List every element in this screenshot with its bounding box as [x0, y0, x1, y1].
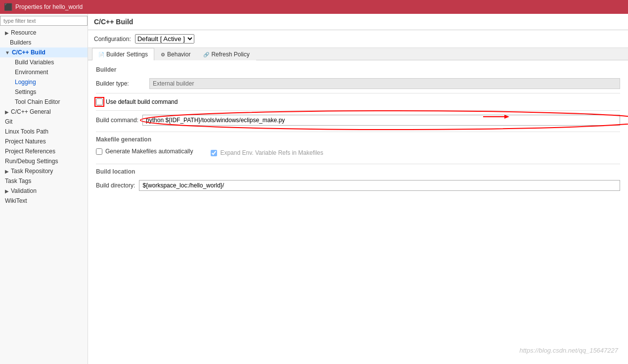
- sidebar-item-label: Project References: [5, 148, 55, 155]
- divider-3: [96, 132, 620, 132]
- arrow-icon: ▶: [5, 169, 9, 174]
- config-bar: Configuration: Default [ Active ]: [88, 30, 628, 48]
- build-cmd-input[interactable]: [142, 115, 620, 126]
- build-location-title: Build location: [96, 168, 620, 176]
- divider-2: [96, 110, 620, 111]
- page-title: C/C++ Build: [88, 14, 628, 30]
- sidebar-item-environment[interactable]: Environment: [0, 67, 88, 77]
- sidebar-item-label: Validation: [11, 187, 37, 194]
- sidebar-item-label: Environment: [15, 69, 48, 76]
- sidebar-item-logging[interactable]: Logging: [0, 77, 88, 87]
- use-default-cmd-row: Use default build command: [96, 97, 620, 106]
- tab-refresh-policy[interactable]: 🔗 Refresh Policy: [197, 48, 256, 60]
- sidebar-item-resource[interactable]: ▶ Resource: [0, 28, 88, 38]
- arrow-icon: ▶: [5, 188, 9, 194]
- sidebar-item-builders[interactable]: Builders: [0, 38, 88, 47]
- sidebar-item-label: Git: [5, 118, 12, 125]
- use-default-cmd-checkbox[interactable]: [96, 98, 103, 105]
- sidebar-item-label: Builders: [10, 39, 31, 46]
- sidebar: ▶ Resource Builders ▼ C/C++ Build Build …: [0, 14, 88, 364]
- divider-4: [96, 164, 620, 164]
- tab-builder-settings[interactable]: 📄 Builder Settings: [92, 48, 154, 60]
- sidebar-item-validation[interactable]: ▶ Validation: [0, 186, 88, 196]
- sidebar-item-tool-chain-editor[interactable]: Tool Chain Editor: [0, 97, 88, 107]
- main-container: ▶ Resource Builders ▼ C/C++ Build Build …: [0, 14, 628, 364]
- sidebar-item-label: Project Natures: [5, 138, 46, 145]
- arrow-icon: ▼: [5, 50, 10, 55]
- sidebar-item-label: Resource: [11, 29, 36, 36]
- config-label: Configuration:: [94, 36, 131, 43]
- build-location-section: Build location Build directory:: [96, 168, 620, 191]
- content-area: C/C++ Build Configuration: Default [ Act…: [88, 14, 628, 364]
- sidebar-item-label: Logging: [15, 79, 36, 86]
- tab-label: Behavior: [167, 51, 190, 58]
- tabs: 📄 Builder Settings ⚙ Behavior 🔗 Refresh …: [88, 48, 628, 60]
- sidebar-item-wikitext[interactable]: WikiText: [0, 196, 88, 206]
- build-command-row: Build command:: [96, 115, 620, 126]
- sidebar-item-build-variables[interactable]: Build Variables: [0, 57, 88, 67]
- sidebar-item-linux-tools-path[interactable]: Linux Tools Path: [0, 127, 88, 136]
- tab-label: Refresh Policy: [211, 51, 249, 58]
- sidebar-item-task-repository[interactable]: ▶ Task Repository: [0, 166, 88, 176]
- behavior-icon: ⚙: [161, 52, 165, 57]
- sidebar-item-label: C/C++ General: [11, 108, 51, 115]
- sidebar-item-label: Task Repository: [11, 168, 53, 175]
- tab-label: Builder Settings: [106, 51, 148, 58]
- sidebar-item-settings[interactable]: Settings: [0, 87, 88, 97]
- sidebar-item-label: WikiText: [5, 197, 27, 204]
- tab-behavior[interactable]: ⚙ Behavior: [154, 48, 197, 60]
- makefile-section-title: Makefile generation: [96, 136, 620, 144]
- makefile-section: Makefile generation Generate Makefiles a…: [96, 136, 620, 158]
- generate-makefiles-checkbox[interactable]: [96, 148, 102, 155]
- expand-env-row: Expand Env. Variable Refs in Makefiles: [211, 149, 323, 156]
- sidebar-item-cpp-general[interactable]: ▶ C/C++ General: [0, 107, 88, 117]
- builder-section-title: Builder: [96, 66, 620, 74]
- expand-env-checkbox[interactable]: [211, 150, 217, 156]
- builder-content: Builder Builder type: External builder U…: [88, 60, 628, 364]
- arrow-icon: ▶: [5, 109, 9, 115]
- sidebar-item-label: Linux Tools Path: [5, 128, 48, 135]
- sidebar-item-cpp-build[interactable]: ▼ C/C++ Build: [0, 47, 88, 57]
- sidebar-item-label: Run/Debug Settings: [5, 158, 58, 165]
- build-dir-row: Build directory:: [96, 180, 620, 191]
- refresh-policy-icon: 🔗: [203, 52, 209, 57]
- builder-settings-icon: 📄: [98, 52, 104, 57]
- window-title: Properties for hello_world: [15, 3, 83, 10]
- build-dir-label: Build directory:: [96, 182, 135, 189]
- divider-1: [96, 93, 620, 93]
- use-default-cmd-label: Use default build command: [106, 98, 178, 105]
- build-dir-input[interactable]: [139, 180, 620, 191]
- sidebar-item-project-natures[interactable]: Project Natures: [0, 136, 88, 146]
- build-cmd-wrapper: [142, 115, 620, 126]
- sidebar-item-run-debug-settings[interactable]: Run/Debug Settings: [0, 156, 88, 166]
- filter-input[interactable]: [0, 16, 88, 26]
- sidebar-item-label: Tool Chain Editor: [15, 98, 60, 105]
- builder-type-label: Builder type:: [96, 80, 145, 87]
- generate-makefiles-row: Generate Makefiles automatically: [96, 148, 193, 155]
- builder-type-value: External builder: [149, 78, 620, 89]
- sidebar-item-label: Task Tags: [5, 178, 31, 184]
- config-dropdown[interactable]: Default [ Active ]: [135, 34, 194, 44]
- expand-env-label: Expand Env. Variable Refs in Makefiles: [220, 149, 323, 156]
- builder-type-row: Builder type: External builder: [96, 78, 620, 89]
- build-cmd-label: Build command:: [96, 117, 138, 124]
- sidebar-item-label: Build Variables: [15, 59, 54, 66]
- title-bar: ⬛ Properties for hello_world: [0, 0, 628, 14]
- sidebar-item-label: Settings: [15, 89, 36, 95]
- arrow-icon: ▶: [5, 30, 9, 36]
- app-icon: ⬛: [4, 3, 12, 11]
- sidebar-item-task-tags[interactable]: Task Tags: [0, 176, 88, 186]
- generate-makefiles-label: Generate Makefiles automatically: [105, 148, 193, 155]
- watermark: https://blog.csdn.net/qq_15647227: [520, 347, 619, 354]
- sidebar-item-label: C/C++ Build: [12, 49, 45, 56]
- sidebar-item-project-references[interactable]: Project References: [0, 146, 88, 156]
- sidebar-item-git[interactable]: Git: [0, 117, 88, 127]
